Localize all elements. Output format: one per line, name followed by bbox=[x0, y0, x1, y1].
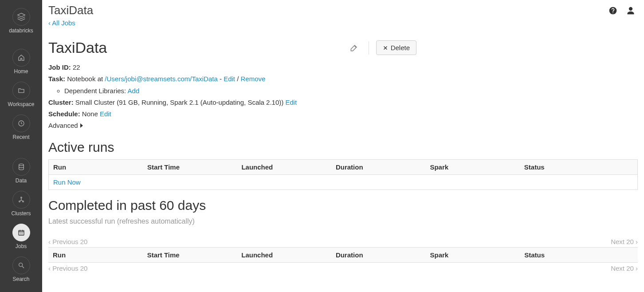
table-header-row: Run Start Time Launched Duration Spark S… bbox=[49, 159, 638, 174]
col-spark: Spark bbox=[426, 247, 520, 262]
task-sep2: / bbox=[235, 75, 241, 83]
user-icon[interactable] bbox=[626, 6, 635, 15]
sidebar-item-label: Search bbox=[12, 276, 29, 282]
help-icon[interactable] bbox=[609, 6, 617, 15]
col-duration: Duration bbox=[331, 247, 426, 262]
next-page-link[interactable]: Next 20 › bbox=[611, 238, 638, 245]
task-remove-link[interactable]: Remove bbox=[241, 75, 266, 83]
sidebar-item-jobs[interactable]: Jobs bbox=[0, 220, 42, 253]
job-meta: Job ID: 22 Task: Notebook at /Users/jobi… bbox=[48, 62, 638, 132]
refresh-note: Latest successful run (refreshes automat… bbox=[48, 217, 638, 225]
col-spark: Spark bbox=[425, 159, 519, 174]
job-id-value: 22 bbox=[73, 63, 80, 71]
pager-top: ‹ Previous 20 Next 20 › bbox=[48, 236, 638, 247]
database-icon bbox=[12, 158, 30, 176]
sidebar-item-clusters[interactable]: Clusters bbox=[0, 187, 42, 220]
sidebar-item-recent[interactable]: Recent bbox=[0, 111, 42, 144]
sidebar-item-label: Home bbox=[14, 68, 28, 75]
main-content: TaxiData ‹ All Jobs TaxiData Delete bbox=[42, 0, 644, 283]
schedule-value: None bbox=[82, 110, 98, 118]
sidebar-item-workspace[interactable]: Workspace bbox=[0, 78, 42, 111]
job-title: TaxiData bbox=[48, 39, 339, 56]
task-edit-link[interactable]: Edit bbox=[224, 75, 235, 83]
job-header: TaxiData Delete bbox=[48, 39, 416, 56]
caret-right-icon bbox=[80, 123, 83, 128]
topbar: TaxiData bbox=[42, 0, 644, 17]
col-status: Status bbox=[520, 159, 638, 174]
table-row: Run Now bbox=[49, 174, 638, 189]
deps-add-link[interactable]: Add bbox=[128, 87, 140, 95]
search-icon bbox=[12, 256, 30, 274]
breadcrumb-all-jobs[interactable]: ‹ All Jobs bbox=[48, 19, 75, 27]
col-launched: Launched bbox=[237, 159, 331, 174]
delete-label: Delete bbox=[391, 44, 410, 51]
col-status: Status bbox=[520, 247, 638, 262]
prev-page-link[interactable]: ‹ Previous 20 bbox=[48, 238, 87, 245]
sidebar-item-label: Data bbox=[16, 178, 27, 184]
col-launched: Launched bbox=[237, 247, 331, 262]
sidebar-item-label: Jobs bbox=[16, 243, 27, 249]
completed-runs-table: Run Start Time Launched Duration Spark S… bbox=[48, 247, 638, 263]
run-now-link[interactable]: Run Now bbox=[53, 178, 81, 186]
sidebar-item-search[interactable]: Search bbox=[0, 253, 42, 283]
schedule-label: Schedule: bbox=[48, 110, 80, 118]
calendar-icon bbox=[12, 224, 30, 241]
task-label: Task: bbox=[48, 75, 65, 83]
active-runs-title: Active runs bbox=[48, 140, 638, 155]
active-runs-table: Run Start Time Launched Duration Spark S… bbox=[48, 159, 638, 190]
job-content: ‹ All Jobs TaxiData Delete Job ID: 22 Ta… bbox=[42, 17, 644, 283]
databricks-logo-icon bbox=[12, 8, 30, 26]
cluster-row: Cluster: Small Cluster (91 GB, Running, … bbox=[48, 97, 638, 108]
col-run: Run bbox=[49, 159, 143, 174]
cluster-value: Small Cluster (91 GB, Running, Spark 2.1… bbox=[75, 99, 283, 106]
advanced-label: Advanced bbox=[48, 120, 78, 131]
schedule-row: Schedule: None Edit bbox=[48, 108, 638, 120]
advanced-toggle[interactable]: Advanced bbox=[48, 120, 83, 131]
col-start: Start Time bbox=[143, 247, 237, 262]
completed-title: Completed in past 60 days bbox=[48, 198, 638, 213]
job-id-label: Job ID: bbox=[48, 63, 71, 71]
sidebar: databricks Home Workspace Recent Data Cl… bbox=[0, 0, 42, 283]
brand-label: databricks bbox=[9, 28, 33, 34]
svg-point-2 bbox=[20, 197, 22, 198]
edit-title-button[interactable] bbox=[346, 40, 361, 55]
svg-point-1 bbox=[19, 164, 24, 166]
task-path-link[interactable]: /Users/jobi@streamsets.com/TaxiData bbox=[105, 75, 217, 83]
delete-button[interactable]: Delete bbox=[376, 40, 416, 55]
cluster-label: Cluster: bbox=[48, 99, 74, 106]
prev-page-link[interactable]: ‹ Previous 20 bbox=[48, 264, 87, 272]
col-duration: Duration bbox=[331, 159, 425, 174]
topbar-actions bbox=[609, 6, 635, 15]
home-icon bbox=[12, 49, 30, 67]
cluster-edit-link[interactable]: Edit bbox=[285, 99, 297, 106]
task-sep1: - bbox=[218, 75, 224, 83]
close-icon bbox=[383, 45, 388, 51]
next-page-link[interactable]: Next 20 › bbox=[611, 264, 638, 272]
folder-icon bbox=[12, 82, 30, 99]
sidebar-item-home[interactable]: Home bbox=[0, 45, 42, 78]
job-id-row: Job ID: 22 bbox=[48, 62, 638, 73]
sidebar-brand[interactable]: databricks bbox=[0, 4, 42, 37]
task-prefix: Notebook at bbox=[67, 75, 105, 83]
pager-bottom: ‹ Previous 20 Next 20 › bbox=[48, 263, 638, 274]
sidebar-item-label: Workspace bbox=[8, 101, 35, 107]
table-header-row: Run Start Time Launched Duration Spark S… bbox=[48, 247, 638, 262]
col-start: Start Time bbox=[143, 159, 237, 174]
page-title: TaxiData bbox=[48, 4, 93, 17]
cluster-icon bbox=[12, 191, 30, 209]
deps-row: Dependent Libraries: Add bbox=[64, 85, 638, 97]
sidebar-item-label: Clusters bbox=[11, 210, 31, 217]
clock-icon bbox=[12, 114, 30, 132]
deps-label: Dependent Libraries: bbox=[64, 87, 128, 95]
task-row: Task: Notebook at /Users/jobi@streamsets… bbox=[48, 73, 638, 85]
sidebar-item-label: Recent bbox=[12, 134, 29, 140]
svg-point-6 bbox=[19, 263, 22, 267]
deps-list: Dependent Libraries: Add bbox=[64, 85, 638, 97]
col-run: Run bbox=[48, 247, 143, 262]
sidebar-item-data[interactable]: Data bbox=[0, 154, 42, 187]
divider bbox=[369, 41, 369, 55]
schedule-edit-link[interactable]: Edit bbox=[100, 110, 111, 118]
